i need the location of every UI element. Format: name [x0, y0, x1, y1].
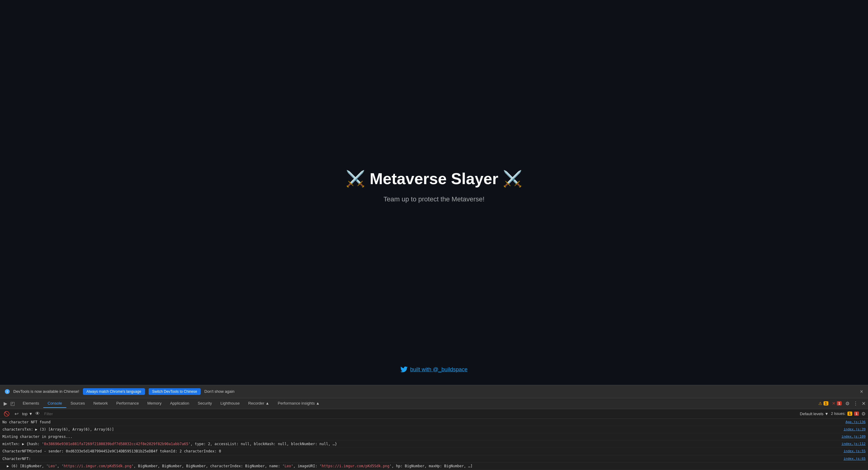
default-levels-selector[interactable]: Default levels ▼: [800, 412, 829, 416]
issues-err-badge: 1: [854, 412, 859, 416]
twitter-link[interactable]: built with @_buildspace: [400, 366, 467, 373]
devtools-close-icon[interactable]: ✕: [862, 401, 866, 406]
tab-console[interactable]: Console: [43, 399, 66, 408]
console-row: ▶ (6) [BigNumber, 'Leo', 'https://i.imgu…: [0, 463, 868, 470]
console-row: Minting character in progress... index.j…: [0, 433, 868, 441]
console-source[interactable]: index.js:39: [843, 427, 866, 432]
tab-application[interactable]: Application: [166, 399, 194, 408]
console-text: ▶ (6) [BigNumber, 'Leo', 'https://i.imgu…: [2, 463, 862, 469]
twitter-icon: [400, 366, 408, 373]
switch-to-chinese-button[interactable]: Switch DevTools to Chinese: [149, 388, 201, 395]
console-text: charactersTxn: ▶ (3) [Array(6), Array(6)…: [2, 427, 840, 433]
info-icon: i: [5, 389, 10, 394]
devtools-panel: ▶ ◰ Elements Console Sources Network Per…: [0, 398, 868, 470]
preserve-log-icon[interactable]: ↩: [13, 410, 20, 417]
console-settings-icon[interactable]: ⚙: [861, 411, 866, 417]
tab-performance[interactable]: Performance: [112, 399, 143, 408]
default-levels-dropdown-icon: ▼: [825, 412, 829, 416]
tab-recorder[interactable]: Recorder ▲: [244, 399, 274, 408]
console-text: mintTxn: ▶ {hash: '0x38696e9301e881fa726…: [2, 441, 838, 447]
filter-input[interactable]: [42, 411, 798, 417]
issues-warn-badge: 1: [847, 412, 852, 416]
console-row: charactersTxn: ▶ (3) [Array(6), Array(6)…: [0, 426, 868, 433]
console-output: No character NFT found App.js:136 charac…: [0, 419, 868, 470]
banner-message: DevTools is now available in Chinese!: [13, 389, 79, 394]
console-source[interactable]: index.js:65: [843, 456, 866, 462]
tab-lighthouse[interactable]: Lighthouse: [216, 399, 244, 408]
banner-close-button[interactable]: ×: [860, 389, 863, 394]
error-badge: ✕ 1: [832, 401, 842, 406]
eye-icon[interactable]: 👁: [35, 411, 40, 416]
console-source[interactable]: App.js:136: [846, 419, 866, 425]
tab-security[interactable]: Security: [193, 399, 216, 408]
console-row: CharacterNFT: index.js:65: [0, 456, 868, 463]
tab-elements[interactable]: Elements: [19, 399, 43, 408]
console-source[interactable]: index.js:112: [842, 441, 866, 447]
top-selector[interactable]: top ▼: [22, 412, 33, 416]
console-text: No character NFT found: [2, 419, 842, 425]
console-text: CharacterNFTMinted - sender: 0xd6333e5d1…: [2, 448, 840, 454]
app-subtitle: Team up to protect the Metaverse!: [383, 195, 485, 203]
console-text: CharacterNFT:: [2, 456, 840, 462]
device-toggle-icon[interactable]: ◰: [9, 400, 16, 407]
devtools-tabs: ▶ ◰ Elements Console Sources Network Per…: [0, 398, 868, 409]
always-match-button[interactable]: Always match Chrome's language: [83, 388, 145, 395]
console-row: CharacterNFTMinted - sender: 0xd6333e5d1…: [0, 448, 868, 455]
more-options-icon[interactable]: ⋮: [853, 401, 858, 406]
console-row: No character NFT found App.js:136: [0, 419, 868, 426]
console-toolbar: 🚫 ↩ top ▼ 👁 Default levels ▼ 2 Issues: 1…: [0, 409, 868, 419]
devtools-banner: i DevTools is now available in Chinese! …: [0, 385, 868, 398]
tab-network[interactable]: Network: [89, 399, 112, 408]
err-count: 1: [837, 401, 842, 406]
dont-show-again[interactable]: Don't show again: [204, 389, 234, 394]
warn-count: 1: [824, 401, 828, 406]
gear-icon[interactable]: ⚙: [845, 401, 849, 406]
tab-performance-insights[interactable]: Performance insights ▲: [274, 399, 324, 408]
app-area: ⚔️ Metaverse Slayer ⚔️ Team up to protec…: [0, 0, 868, 385]
twitter-link-text: built with @_buildspace: [410, 366, 467, 373]
console-text: Minting character in progress...: [2, 434, 838, 440]
console-source[interactable]: index.js:109: [842, 434, 866, 439]
inspect-icon[interactable]: ▶: [2, 400, 8, 407]
clear-console-icon[interactable]: 🚫: [2, 410, 11, 417]
issues-badge: 2 Issues: 1 1: [831, 412, 859, 416]
console-row: mintTxn: ▶ {hash: '0x38696e9301e881fa726…: [0, 441, 868, 448]
top-label: top: [22, 412, 28, 416]
console-source[interactable]: index.js:55: [843, 448, 866, 454]
tab-sources[interactable]: Sources: [66, 399, 89, 408]
tab-memory[interactable]: Memory: [143, 399, 166, 408]
warning-badge: ⚠ 1: [818, 401, 828, 406]
top-dropdown-icon: ▼: [29, 412, 33, 416]
app-title: ⚔️ Metaverse Slayer ⚔️: [346, 170, 522, 188]
